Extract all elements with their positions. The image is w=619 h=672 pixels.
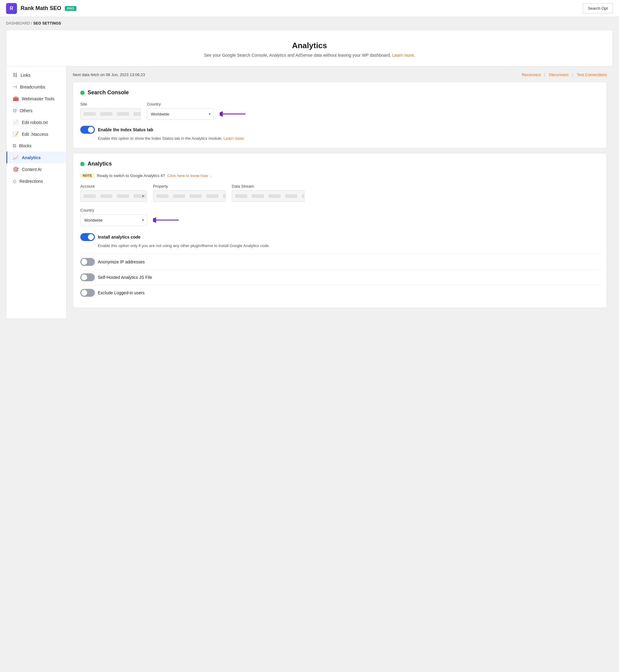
sidebar-item-analytics[interactable]: 📈 Analytics	[6, 151, 66, 163]
purple-arrow-icon-analytics	[153, 216, 180, 224]
property-label: Property	[153, 184, 226, 189]
edit-robots-icon: 📄	[13, 119, 19, 125]
toggle-knob-install	[88, 234, 94, 240]
page-wrap: Analytics See your Google Search Console…	[0, 30, 619, 328]
country-group-analytics: Country Worldwide ▾	[80, 208, 599, 226]
content-ai-icon: 🎯	[13, 167, 19, 172]
breadcrumb-separator: /	[31, 21, 33, 25]
search-opt-button[interactable]: Search Opt	[582, 3, 613, 13]
anonymize-ip-row: Anonymize IP addresses	[80, 254, 599, 269]
breadcrumb: DASHBOARD / SEO SETTINGS	[0, 17, 619, 30]
analytics-icon: 📈	[13, 155, 19, 160]
arrow-annotation-sc	[220, 110, 247, 118]
index-status-toggle-row: Enable the Index Status tab	[80, 126, 599, 134]
purple-arrow-icon	[220, 110, 247, 118]
exclude-loggedin-toggle[interactable]	[80, 289, 95, 297]
fetch-actions: Reconnect | Disconnect | Test Connection…	[522, 72, 607, 77]
sidebar-item-label: Links	[21, 73, 30, 78]
site-label: Site	[80, 102, 141, 106]
app-logo-icon: R	[6, 3, 17, 14]
logo-letter: R	[10, 6, 13, 11]
hero-description: See your Google Search Console, Analytic…	[12, 53, 607, 58]
country-label-sc: Country	[147, 102, 247, 106]
sidebar-item-label: Content AI	[22, 167, 42, 172]
sidebar-item-others[interactable]: ⊙ Others	[6, 105, 66, 116]
index-status-learn-more-link[interactable]: Learn more.	[224, 136, 245, 141]
sidebar-item-blocks[interactable]: ⧉ Blocks	[6, 140, 66, 151]
fetch-sep-2: |	[572, 72, 573, 77]
install-analytics-toggle-row: Install analytics code	[80, 233, 599, 241]
toggle-knob-exclude	[81, 290, 87, 296]
note-row: Note Ready to switch to Google Analytics…	[80, 173, 599, 178]
analytics-section-title-text: Analytics	[87, 161, 112, 167]
install-analytics-label: Install analytics code	[98, 235, 141, 239]
sidebar-item-label: Webmaster Tools	[22, 97, 55, 101]
analytics-section-title: Analytics	[80, 161, 599, 167]
fetch-bar: Next data fetch on 08 Jun, 2023 13:06:23…	[73, 72, 607, 77]
test-connections-link[interactable]: Test Connections	[576, 72, 607, 77]
main-layout: ⛓ Links ⊣ Breadcrumbs 🧰 Webmaster Tools …	[6, 66, 613, 319]
sidebar-item-webmaster-tools[interactable]: 🧰 Webmaster Tools	[6, 93, 66, 105]
sidebar-item-links[interactable]: ⛓ Links	[6, 69, 66, 81]
others-icon: ⊙	[13, 108, 17, 113]
note-link[interactable]: Click here to know how	[167, 173, 208, 178]
account-select[interactable]	[80, 190, 147, 202]
analytics-section-card: Analytics Note Ready to switch to Google…	[73, 153, 607, 308]
hero-title: Analytics	[12, 41, 607, 50]
site-input[interactable]	[80, 108, 141, 120]
account-group: Account ▾	[80, 184, 147, 202]
data-stream-field[interactable]	[232, 190, 304, 202]
self-hosted-toggle[interactable]	[80, 273, 95, 281]
index-status-toggle-label: Enable the Index Status tab	[98, 127, 153, 132]
search-console-title-text: Search Console	[87, 89, 129, 96]
analytics-status-dot	[80, 162, 84, 166]
app-header: R Rank Math SEO PRO Search Opt	[0, 0, 619, 17]
content-area: Next data fetch on 08 Jun, 2023 13:06:23…	[67, 66, 613, 319]
hero-learn-more-link[interactable]: Learn more	[392, 53, 414, 58]
index-status-toggle-desc: Enable this option to show the Index Sta…	[80, 136, 599, 141]
country-select-wrap-sc: Worldwide ▾	[147, 108, 214, 120]
data-stream-group: Data Stream	[232, 184, 304, 202]
sidebar-item-redirections[interactable]: ◇ Redirections	[6, 175, 66, 187]
search-console-card: Search Console Site Country Worldwide	[73, 82, 607, 148]
country-select-analytics[interactable]: Worldwide	[80, 214, 147, 226]
site-group: Site	[80, 102, 141, 120]
account-label: Account	[80, 184, 147, 189]
blocks-icon: ⧉	[13, 143, 16, 148]
header-left: R Rank Math SEO PRO	[6, 3, 76, 14]
sidebar-item-label: Analytics	[22, 155, 41, 160]
note-badge: Note	[80, 173, 94, 178]
country-label-analytics: Country	[80, 208, 599, 212]
analytics-fields-row: Account ▾ Property Data Stream	[80, 184, 599, 202]
breadcrumbs-icon: ⊣	[13, 84, 17, 90]
fetch-text: Next data fetch on 08 Jun, 2023 13:06:23	[73, 72, 145, 77]
sidebar-item-edit-htaccess[interactable]: 📝 Edit .htaccess	[6, 128, 66, 140]
breadcrumb-parent[interactable]: DASHBOARD	[6, 21, 30, 25]
anonymize-ip-toggle[interactable]	[80, 258, 95, 266]
install-analytics-toggle[interactable]	[80, 233, 95, 241]
edit-htaccess-icon: 📝	[13, 131, 19, 137]
toggle-knob-self-hosted	[81, 274, 87, 281]
sidebar-item-label: Edit .htaccess	[22, 132, 48, 137]
self-hosted-label: Self-Hosted Analytics JS File	[98, 275, 152, 280]
arrow-annotation-analytics	[153, 216, 180, 224]
property-group: Property	[153, 184, 226, 202]
sidebar-item-content-ai[interactable]: 🎯 Content AI	[6, 163, 66, 175]
fetch-sep-1: |	[544, 72, 545, 77]
disconnect-link[interactable]: Disconnect	[549, 72, 568, 77]
search-console-form-row: Site Country Worldwide ▾	[80, 102, 599, 120]
search-console-title: Search Console	[80, 89, 599, 96]
country-select-sc[interactable]: Worldwide	[147, 108, 214, 120]
self-hosted-row: Self-Hosted Analytics JS File	[80, 269, 599, 285]
sidebar-item-label: Breadcrumbs	[20, 84, 45, 89]
sidebar-item-edit-robots[interactable]: 📄 Edit robots.txt	[6, 116, 66, 128]
sidebar-item-breadcrumbs[interactable]: ⊣ Breadcrumbs	[6, 81, 66, 93]
pro-badge: PRO	[65, 6, 76, 11]
index-status-toggle[interactable]	[80, 126, 95, 134]
anonymize-ip-label: Anonymize IP addresses	[98, 259, 145, 264]
app-title: Rank Math SEO	[21, 5, 61, 11]
redirections-icon: ◇	[13, 178, 16, 184]
exclude-loggedin-row: Exclude Logged-in users	[80, 285, 599, 300]
property-field[interactable]	[153, 190, 226, 202]
reconnect-link[interactable]: Reconnect	[522, 72, 541, 77]
